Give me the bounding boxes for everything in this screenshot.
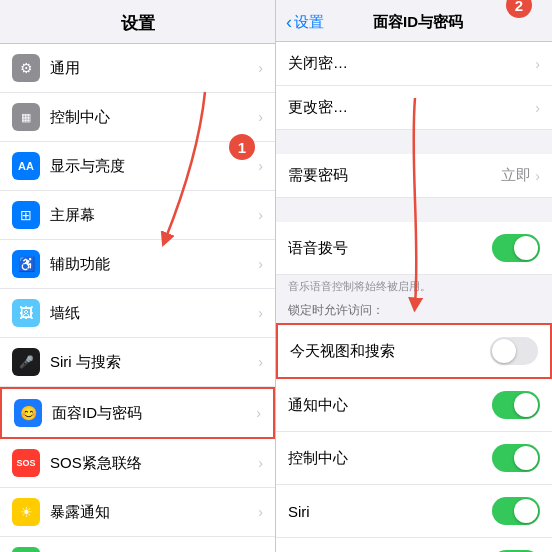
accessibility-icon: ♿ bbox=[12, 250, 40, 278]
chevron-icon: › bbox=[535, 56, 540, 72]
today-view-label: 今天视图和搜索 bbox=[290, 342, 490, 361]
settings-item-sos[interactable]: SOS SOS紧急联络 › bbox=[0, 439, 275, 488]
control-center-toggle[interactable] bbox=[492, 444, 540, 472]
chevron-icon: › bbox=[535, 100, 540, 116]
notification-center-label: 通知中心 bbox=[288, 396, 492, 415]
left-panel: 设置 ⚙ 通用 › ▦ 控制中心 › AA 显示与亮度 › 1 bbox=[0, 0, 276, 552]
sos-icon: SOS bbox=[12, 449, 40, 477]
voice-dial-toggle[interactable] bbox=[492, 234, 540, 262]
settings-item-accessibility[interactable]: ♿ 辅助功能 › bbox=[0, 240, 275, 289]
display-icon: AA bbox=[12, 152, 40, 180]
voice-dial-label: 语音拨号 bbox=[288, 239, 492, 258]
control-label: 控制中心 bbox=[50, 108, 258, 127]
chevron-icon: › bbox=[535, 168, 540, 184]
close-faceid-item[interactable]: 关闭密… › bbox=[276, 42, 552, 86]
faceid-actions-section: 关闭密… › 更改密… › 2 bbox=[276, 42, 552, 130]
right-page-title: 面容ID与密码 bbox=[324, 13, 512, 32]
chevron-icon: › bbox=[258, 305, 263, 321]
settings-item-control[interactable]: ▦ 控制中心 › bbox=[0, 93, 275, 142]
chevron-icon: › bbox=[258, 60, 263, 76]
chevron-icon: › bbox=[258, 158, 263, 174]
settings-item-general[interactable]: ⚙ 通用 › bbox=[0, 44, 275, 93]
reply-item[interactable]: 以信息回复 bbox=[276, 538, 552, 552]
general-label: 通用 bbox=[50, 59, 258, 78]
control-center-label: 控制中心 bbox=[288, 449, 492, 468]
exposure-icon: ☀ bbox=[12, 498, 40, 526]
require-password-label: 需要密码 bbox=[288, 166, 501, 185]
locked-access-label: 锁定时允许访问： bbox=[276, 298, 552, 323]
siri-icon: 🎤 bbox=[12, 348, 40, 376]
close-faceid-label: 关闭密… bbox=[288, 54, 535, 73]
settings-item-siri[interactable]: 🎤 Siri 与搜索 › bbox=[0, 338, 275, 387]
chevron-icon: › bbox=[258, 504, 263, 520]
require-password-item[interactable]: 需要密码 立即 › bbox=[276, 154, 552, 198]
chevron-icon: › bbox=[256, 405, 261, 421]
right-content: 关闭密… › 更改密… › 2 需要密码 立即 › 语音拨号 bbox=[276, 42, 552, 552]
notification-center-item[interactable]: 通知中心 bbox=[276, 379, 552, 432]
right-panel: ‹ 设置 面容ID与密码 关闭密… › 更改密… › 2 bbox=[276, 0, 552, 552]
back-label: 设置 bbox=[294, 13, 324, 32]
require-password-value: 立即 bbox=[501, 166, 531, 185]
wallpaper-icon: 🖼 bbox=[12, 299, 40, 327]
chevron-icon: › bbox=[258, 207, 263, 223]
settings-item-home[interactable]: ⊞ 主屏幕 › bbox=[0, 191, 275, 240]
wallpaper-label: 墙纸 bbox=[50, 304, 258, 323]
home-icon: ⊞ bbox=[12, 201, 40, 229]
accessibility-label: 辅助功能 bbox=[50, 255, 258, 274]
spacer bbox=[276, 198, 552, 222]
settings-item-battery[interactable]: 🔋 电池 › bbox=[0, 537, 275, 552]
settings-item-faceid[interactable]: 😊 面容ID与密码 › bbox=[0, 387, 275, 439]
spacer bbox=[276, 130, 552, 154]
notification-center-toggle[interactable] bbox=[492, 391, 540, 419]
control-icon: ▦ bbox=[12, 103, 40, 131]
change-password-item[interactable]: 更改密… › 2 bbox=[276, 86, 552, 130]
settings-item-exposure[interactable]: ☀ 暴露通知 › bbox=[0, 488, 275, 537]
siri-label: Siri 与搜索 bbox=[50, 353, 258, 372]
chevron-icon: › bbox=[258, 455, 263, 471]
general-icon: ⚙ bbox=[12, 54, 40, 82]
voice-dial-note: 音乐语音控制将始终被启用。 bbox=[276, 275, 552, 298]
annotation-badge-1: 1 bbox=[229, 134, 255, 160]
today-view-toggle[interactable] bbox=[490, 337, 538, 365]
exposure-label: 暴露通知 bbox=[50, 503, 258, 522]
today-view-item[interactable]: 今天视图和搜索 bbox=[276, 323, 552, 379]
sos-label: SOS紧急联络 bbox=[50, 454, 258, 473]
faceid-label: 面容ID与密码 bbox=[52, 404, 256, 423]
siri-item[interactable]: Siri bbox=[276, 485, 552, 538]
siri-toggle[interactable] bbox=[492, 497, 540, 525]
back-button[interactable]: ‹ 设置 bbox=[286, 12, 324, 33]
settings-list: ⚙ 通用 › ▦ 控制中心 › AA 显示与亮度 › 1 ⊞ 主屏幕 bbox=[0, 44, 275, 552]
chevron-icon: › bbox=[258, 354, 263, 370]
settings-item-display[interactable]: AA 显示与亮度 › 1 bbox=[0, 142, 275, 191]
battery-icon: 🔋 bbox=[12, 547, 40, 552]
siri-label: Siri bbox=[288, 503, 492, 520]
back-chevron-icon: ‹ bbox=[286, 12, 292, 33]
voice-dial-item[interactable]: 语音拨号 bbox=[276, 222, 552, 275]
chevron-icon: › bbox=[258, 109, 263, 125]
chevron-icon: › bbox=[258, 256, 263, 272]
faceid-icon: 😊 bbox=[14, 399, 42, 427]
control-center-item[interactable]: 控制中心 bbox=[276, 432, 552, 485]
change-password-label: 更改密… bbox=[288, 98, 535, 117]
display-label: 显示与亮度 bbox=[50, 157, 258, 176]
left-header: 设置 bbox=[0, 0, 275, 44]
settings-item-wallpaper[interactable]: 🖼 墙纸 › bbox=[0, 289, 275, 338]
home-label: 主屏幕 bbox=[50, 206, 258, 225]
